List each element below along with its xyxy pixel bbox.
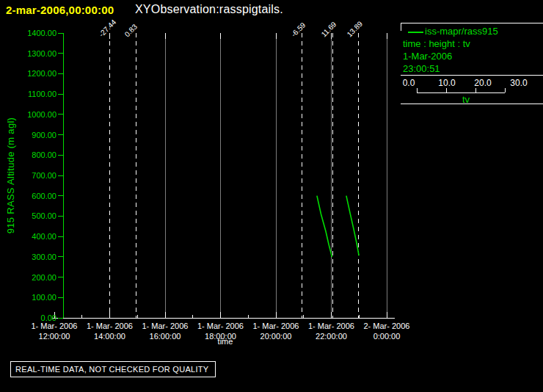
y-tick-label: 1200.00 — [21, 69, 57, 78]
app-window: 2-mar-2006,00:00:00 XYObservation:rasspi… — [0, 0, 543, 392]
legend-fields: time : height : tv — [403, 38, 470, 49]
tv-tick-label: 20.0 — [470, 78, 495, 88]
legend-time: 23:00:51 — [403, 63, 440, 74]
legend-mid-divider — [401, 75, 543, 76]
y-tick-label: 1300.00 — [21, 49, 57, 58]
legend-border-notch — [401, 23, 401, 31]
legend-top-border — [401, 23, 543, 23]
tv-tick-label: 30.0 — [506, 78, 531, 88]
y-tick-label: 1000.00 — [21, 110, 57, 119]
legend-series-label: iss-mapr/rass915 — [425, 26, 498, 37]
x-axis-title: time — [196, 337, 255, 346]
y-tick-label: 200.00 — [21, 273, 57, 282]
tv-tick-label: 10.0 — [434, 78, 459, 88]
quality-notice: REAL-TIME DATA, NOT CHECKED FOR QUALITY — [10, 361, 216, 377]
y-tick-label: 700.00 — [21, 171, 57, 180]
y-tick-label: 300.00 — [21, 253, 57, 261]
legend-series-line — [408, 32, 423, 33]
y-tick-label: 400.00 — [21, 232, 57, 241]
y-tick-label: 800.00 — [21, 150, 57, 159]
y-tick-label: 1100.00 — [21, 90, 57, 98]
y-tick-label: 500.00 — [21, 211, 57, 220]
x-tick-date: 2- Mar- 2006 — [354, 322, 420, 330]
y-tick-label: 900.00 — [21, 131, 57, 139]
y-axis-title: 915 RASS Altitude (m agl) — [5, 65, 17, 286]
y-tick-label: 1400.00 — [21, 29, 57, 37]
rass-trace — [317, 196, 332, 257]
tv-tick-label: 0.0 — [396, 78, 421, 88]
y-tick-label: 600.00 — [21, 192, 57, 200]
x-tick-time: 0:00:00 — [354, 332, 420, 341]
y-tick-label: 100.00 — [21, 293, 57, 302]
rass-trace — [346, 196, 359, 256]
legend-bottom-border — [401, 104, 543, 104]
legend-date: 1-Mar-2006 — [403, 51, 452, 62]
